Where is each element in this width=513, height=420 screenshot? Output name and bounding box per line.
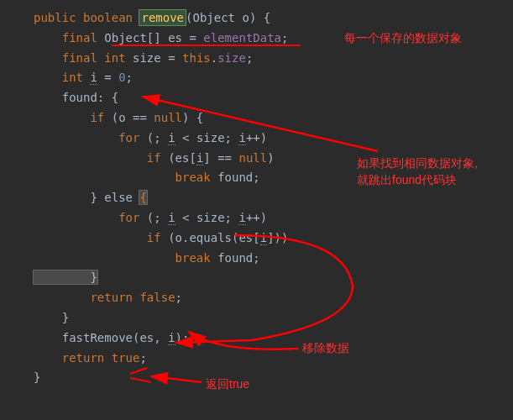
- code-line-1: public boolean remove(Object o) {: [34, 8, 513, 29]
- code-line-6: if (o == null) {: [34, 108, 513, 129]
- code-line-7: for (; i < size; i++): [34, 129, 513, 149]
- code-block: public boolean remove(Object o) { final …: [34, 8, 513, 388]
- code-line-16: }: [34, 308, 513, 328]
- code-line-18: return true;: [34, 349, 513, 369]
- code-line-13: break found;: [34, 249, 513, 269]
- code-line-11: for (; i < size; i++): [34, 208, 513, 228]
- cursor-brace: {: [139, 191, 146, 204]
- annotation-3: 移除数据: [302, 340, 349, 357]
- code-line-5: found: {: [34, 88, 513, 108]
- code-line-12: if (o.equals(es[i])): [34, 228, 513, 249]
- code-line-14: }: [34, 268, 513, 288]
- code-line-3: final int size = this.size;: [34, 49, 513, 69]
- annotation-2: 如果找到相同数据对象, 就跳出found代码块: [357, 155, 478, 188]
- code-line-19: }: [34, 368, 513, 388]
- annotation-4: 返回true: [206, 376, 249, 393]
- code-line-10: } else {: [34, 188, 513, 208]
- red-underline: [112, 45, 301, 46]
- code-line-17: fastRemove(es, i);: [34, 328, 513, 349]
- code-line-15: return false;: [34, 288, 513, 308]
- annotation-1: 每一个保存的数据对象: [344, 30, 462, 47]
- code-line-4: int i = 0;: [34, 68, 513, 88]
- method-name-highlight: remove: [139, 10, 186, 25]
